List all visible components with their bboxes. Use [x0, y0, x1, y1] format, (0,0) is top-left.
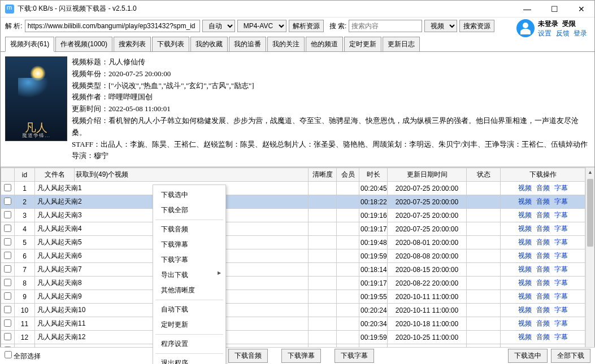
op-subtitle-link[interactable]: 字幕: [554, 252, 568, 260]
col-id[interactable]: id: [15, 168, 35, 182]
table-row[interactable]: 5凡人风起天南500:19:482020-08-01 20:00:00视频音频字…: [1, 236, 594, 249]
op-audio-link[interactable]: 音频: [536, 279, 550, 287]
row-checkbox[interactable]: [4, 225, 11, 232]
op-subtitle-link[interactable]: 字幕: [554, 198, 568, 205]
col-ops[interactable]: 下载操作: [501, 168, 585, 182]
op-video-link[interactable]: 视频: [518, 198, 532, 205]
mode-select[interactable]: 自动: [202, 20, 235, 32]
op-audio-link[interactable]: 音频: [536, 238, 550, 246]
menu-item[interactable]: 其他清晰度: [153, 283, 225, 298]
op-subtitle-link[interactable]: 字幕: [554, 292, 568, 300]
scroll-up-icon[interactable]: ▲: [586, 168, 594, 177]
op-video-link[interactable]: 视频: [518, 252, 532, 260]
table-row[interactable]: 8凡人风起天南800:19:172020-08-22 20:00:00视频音频字…: [1, 277, 594, 290]
menu-item[interactable]: 自动下载: [153, 302, 225, 317]
menu-item[interactable]: 下载全部: [153, 203, 225, 218]
login-link[interactable]: 登录: [574, 29, 587, 37]
row-checkbox[interactable]: [4, 184, 11, 191]
table-scrollbar[interactable]: ▲ ▼: [585, 168, 594, 354]
col-status[interactable]: 状态: [467, 168, 501, 182]
op-video-link[interactable]: 视频: [518, 279, 532, 287]
op-video-link[interactable]: 视频: [518, 333, 532, 341]
search-button[interactable]: 搜索资源: [459, 20, 494, 32]
op-subtitle-link[interactable]: 字幕: [554, 319, 568, 327]
close-button[interactable]: ✕: [573, 2, 590, 16]
col-fname[interactable]: 文件名: [35, 168, 75, 182]
op-audio-link[interactable]: 音频: [536, 225, 550, 233]
tab-6[interactable]: 我的关注: [267, 37, 305, 51]
download-all-button[interactable]: 全部下载: [551, 349, 590, 363]
tab-9[interactable]: 更新日志: [383, 37, 420, 51]
menu-item[interactable]: 下载弹幕: [153, 237, 225, 252]
op-audio-link[interactable]: 音频: [536, 198, 550, 205]
tab-5[interactable]: 我的追番: [229, 37, 266, 51]
row-checkbox[interactable]: [4, 211, 11, 218]
tab-0[interactable]: 视频列表(61): [5, 37, 54, 52]
row-checkbox[interactable]: [4, 292, 11, 300]
op-audio-link[interactable]: 音频: [536, 319, 550, 327]
op-video-link[interactable]: 视频: [518, 265, 532, 273]
download-selected-button[interactable]: 下载选中: [508, 349, 548, 363]
table-row[interactable]: 6凡人风起天南600:19:592020-08-08 20:00:00视频音频字…: [1, 249, 594, 263]
user-avatar-icon[interactable]: [516, 19, 535, 37]
table-row[interactable]: 10凡人风起天南1000:20:242020-10-11 11:00:00视频音…: [1, 304, 594, 317]
op-video-link[interactable]: 视频: [518, 292, 532, 300]
table-row[interactable]: 2凡人风起天南200:18:222020-07-25 20:00:00视频音频字…: [1, 195, 594, 209]
op-subtitle-link[interactable]: 字幕: [554, 306, 568, 314]
parse-button[interactable]: 解析资源: [289, 20, 324, 32]
tab-8[interactable]: 定时更新: [344, 37, 381, 51]
op-audio-link[interactable]: 音频: [536, 306, 550, 314]
row-checkbox[interactable]: [4, 265, 11, 273]
menu-item[interactable]: 下载音频: [153, 222, 225, 237]
row-checkbox[interactable]: [4, 252, 11, 259]
tab-7[interactable]: 他的频道: [306, 37, 343, 51]
op-subtitle-link[interactable]: 字幕: [554, 265, 568, 273]
feedback-link[interactable]: 反馈: [556, 29, 570, 37]
op-video-link[interactable]: 视频: [518, 319, 532, 327]
table-row[interactable]: 1凡人风起天南100:20:452020-07-25 20:00:00视频音频字…: [1, 182, 594, 195]
op-subtitle-link[interactable]: 字幕: [554, 333, 568, 341]
menu-item[interactable]: 下载字幕: [153, 252, 225, 267]
col-duration[interactable]: 时长: [359, 168, 388, 182]
op-audio-link[interactable]: 音频: [536, 333, 550, 341]
op-subtitle-link[interactable]: 字幕: [554, 238, 568, 246]
select-all-checkbox[interactable]: 全部选择: [5, 351, 41, 361]
row-checkbox[interactable]: [4, 319, 11, 327]
download-subtitle-button[interactable]: 下载字幕: [335, 349, 374, 363]
row-checkbox[interactable]: [4, 333, 11, 340]
menu-item[interactable]: 程序设置: [153, 336, 225, 352]
row-checkbox[interactable]: [4, 306, 11, 313]
tab-4[interactable]: 我的收藏: [190, 37, 228, 51]
op-subtitle-link[interactable]: 字幕: [554, 225, 568, 233]
maximize-button[interactable]: ☐: [546, 2, 563, 16]
table-row[interactable]: 11凡人风起天南1100:20:342020-10-18 11:00:00视频音…: [1, 317, 594, 331]
tab-2[interactable]: 搜索列表: [114, 37, 151, 51]
row-checkbox[interactable]: [4, 238, 11, 245]
format-select[interactable]: MP4-AVC: [237, 20, 286, 32]
table-row[interactable]: 9凡人风起天南900:19:552020-10-11 11:00:00视频音频字…: [1, 290, 594, 304]
search-input[interactable]: [349, 20, 422, 32]
col-count[interactable]: 获取到(49)个视频: [75, 168, 309, 182]
url-input[interactable]: [25, 20, 200, 32]
op-subtitle-link[interactable]: 字幕: [554, 184, 568, 192]
download-audio-button[interactable]: 下载音频: [228, 349, 268, 363]
menu-item[interactable]: 下载选中: [153, 187, 225, 203]
minimize-button[interactable]: —: [519, 2, 536, 16]
op-subtitle-link[interactable]: 字幕: [554, 211, 568, 219]
table-row[interactable]: 4凡人风起天南400:19:172020-07-25 20:00:00视频音频字…: [1, 222, 594, 236]
op-audio-link[interactable]: 音频: [536, 252, 550, 260]
col-quality[interactable]: 清晰度: [309, 168, 337, 182]
tab-1[interactable]: 作者视频(1000): [55, 37, 112, 51]
op-video-link[interactable]: 视频: [518, 211, 532, 219]
op-subtitle-link[interactable]: 字幕: [554, 279, 568, 287]
col-updated[interactable]: 更新日期时间: [388, 168, 467, 182]
op-audio-link[interactable]: 音频: [536, 211, 550, 219]
table-row[interactable]: 12凡人风起天南1200:19:592020-10-25 11:00:00视频音…: [1, 331, 594, 344]
op-video-link[interactable]: 视频: [518, 184, 532, 192]
col-vip[interactable]: 会员: [337, 168, 359, 182]
scroll-thumb[interactable]: [587, 179, 593, 247]
table-row[interactable]: 3凡人风起天南300:19:162020-07-25 20:00:00视频音频字…: [1, 209, 594, 222]
op-video-link[interactable]: 视频: [518, 306, 532, 314]
op-video-link[interactable]: 视频: [518, 225, 532, 233]
menu-item[interactable]: 导出下载: [153, 267, 225, 283]
